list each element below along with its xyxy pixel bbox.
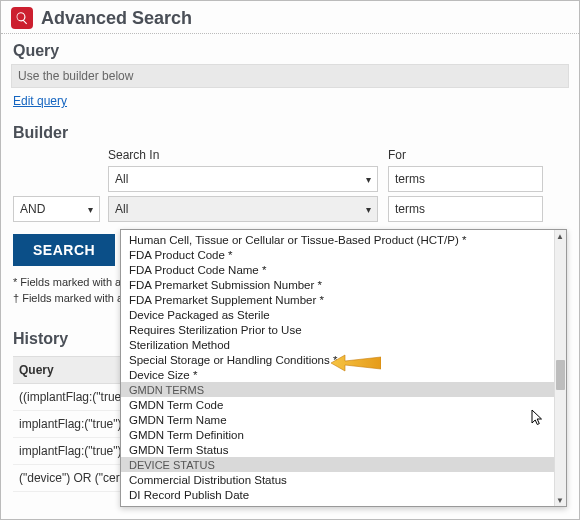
dropdown-option[interactable]: Human Cell, Tissue or Cellular or Tissue… <box>121 232 554 247</box>
search-in-dropdown-panel[interactable]: Human Cell, Tissue or Cellular or Tissue… <box>120 229 567 507</box>
search-in-value: All <box>115 202 128 216</box>
chevron-down-icon: ▾ <box>88 204 93 215</box>
scroll-up-icon[interactable]: ▲ <box>554 230 566 242</box>
for-label: For <box>388 148 538 162</box>
dropdown-option[interactable]: Commercial Distribution End Date * <box>121 502 554 506</box>
scroll-thumb[interactable] <box>556 360 565 390</box>
builder-area: Search In For All ▾ terms AND ▾ All <box>1 148 579 222</box>
builder-section-label: Builder <box>1 116 579 144</box>
dropdown-option[interactable]: GMDN Term Name <box>121 412 554 427</box>
dropdown-group-header: GMDN TERMS <box>121 382 554 397</box>
operator-select[interactable]: AND ▾ <box>13 196 100 222</box>
dropdown-option[interactable]: FDA Product Code Name * <box>121 262 554 277</box>
dropdown-option[interactable]: Special Storage or Handling Conditions * <box>121 352 554 367</box>
dropdown-scrollbar[interactable]: ▲ ▼ <box>554 230 566 506</box>
query-readonly-box: Use the builder below <box>11 64 569 88</box>
page-header: Advanced Search <box>1 1 579 34</box>
search-button[interactable]: SEARCH <box>13 234 115 266</box>
dropdown-option[interactable]: Device Size * <box>121 367 554 382</box>
dropdown-option[interactable]: Requires Sterilization Prior to Use <box>121 322 554 337</box>
dropdown-option[interactable]: Commercial Distribution Status <box>121 472 554 487</box>
dropdown-option[interactable]: Sterilization Method <box>121 337 554 352</box>
search-in-label: Search In <box>108 148 388 162</box>
search-in-select-active[interactable]: All ▾ <box>108 196 378 222</box>
dropdown-option[interactable]: GMDN Term Code <box>121 397 554 412</box>
dropdown-option[interactable]: DI Record Publish Date <box>121 487 554 502</box>
dropdown-option[interactable]: FDA Product Code * <box>121 247 554 262</box>
dropdown-group-header: DEVICE STATUS <box>121 457 554 472</box>
dropdown-option[interactable]: Device Packaged as Sterile <box>121 307 554 322</box>
search-icon <box>11 7 33 29</box>
dropdown-option[interactable]: GMDN Term Status <box>121 442 554 457</box>
edit-query-link[interactable]: Edit query <box>13 94 67 108</box>
for-input[interactable]: terms <box>388 196 543 222</box>
for-value: terms <box>395 172 425 186</box>
builder-row: All ▾ terms <box>13 166 567 192</box>
dropdown-option[interactable]: FDA Premarket Supplement Number * <box>121 292 554 307</box>
page-title: Advanced Search <box>41 8 192 29</box>
search-in-value: All <box>115 172 128 186</box>
scroll-down-icon[interactable]: ▼ <box>554 494 566 506</box>
query-section-label: Query <box>1 34 579 62</box>
for-value: terms <box>395 202 425 216</box>
dropdown-option[interactable]: GMDN Term Definition <box>121 427 554 442</box>
for-input[interactable]: terms <box>388 166 543 192</box>
search-in-select[interactable]: All ▾ <box>108 166 378 192</box>
chevron-down-icon: ▾ <box>366 174 371 185</box>
operator-value: AND <box>20 202 45 216</box>
builder-row: AND ▾ All ▾ terms <box>13 196 567 222</box>
chevron-down-icon: ▾ <box>366 204 371 215</box>
dropdown-option[interactable]: FDA Premarket Submission Number * <box>121 277 554 292</box>
